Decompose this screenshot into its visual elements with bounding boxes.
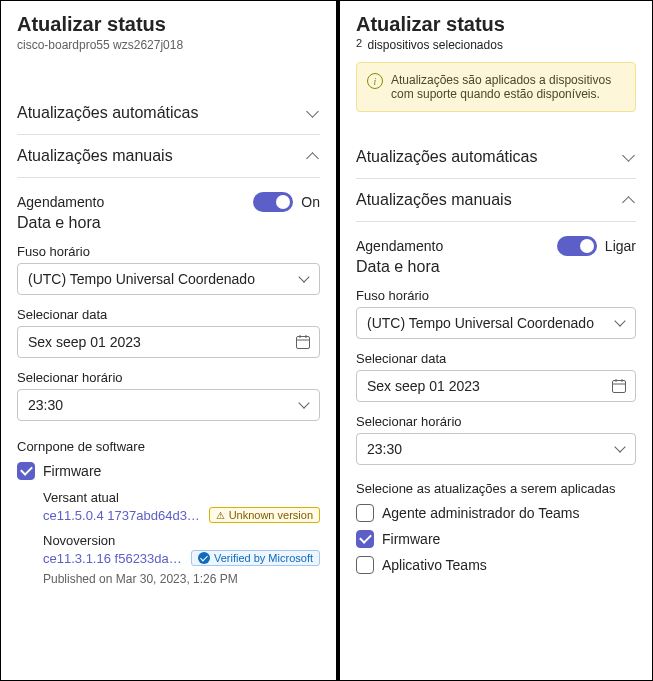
date-label: Selecionar data xyxy=(356,351,636,366)
select-updates-label: Selecione as atualizações a serem aplica… xyxy=(356,481,636,496)
timezone-select[interactable]: (UTC) Tempo Universal Coordenado xyxy=(356,307,636,339)
toggle-state-label: Ligar xyxy=(605,238,636,254)
teams-agent-label: Agente administrador do Teams xyxy=(382,505,579,521)
verified-badge: Verified by Microsoft xyxy=(191,550,320,566)
schedule-row: Agendamento On xyxy=(17,192,320,212)
accordion-manual-updates[interactable]: Atualizações manuais xyxy=(17,135,320,178)
schedule-row: Agendamento Ligar xyxy=(356,236,636,256)
schedule-label: Agendamento xyxy=(356,238,443,254)
teams-app-checkbox[interactable] xyxy=(356,556,374,574)
date-value: Sex seep 01 2023 xyxy=(28,334,141,350)
teams-agent-checkbox-row[interactable]: Agente administrador do Teams xyxy=(356,504,636,522)
time-label: Selecionar horário xyxy=(356,414,636,429)
device-name: cisco-boardpro55 wzs2627j018 xyxy=(17,38,320,52)
date-input[interactable]: Sex seep 01 2023 xyxy=(356,370,636,402)
banner-text: Atualizações são aplicados a dispositivo… xyxy=(391,73,611,101)
time-value: 23:30 xyxy=(367,441,402,457)
chevron-down-icon xyxy=(615,317,627,329)
published-date: Published on Mar 30, 2023, 1:26 PM xyxy=(43,572,320,586)
teams-agent-checkbox[interactable] xyxy=(356,504,374,522)
chevron-up-icon xyxy=(306,149,320,163)
firmware-label: Firmware xyxy=(382,531,440,547)
chevron-down-icon xyxy=(299,399,311,411)
teams-app-label: Aplicativo Teams xyxy=(382,557,487,573)
new-version-label: Novoversion xyxy=(43,533,320,548)
info-icon: i xyxy=(367,73,383,89)
chevron-down-icon xyxy=(299,273,311,285)
chevron-down-icon xyxy=(622,150,636,164)
timezone-value: (UTC) Tempo Universal Coordenado xyxy=(28,271,255,287)
firmware-checkbox[interactable] xyxy=(17,462,35,480)
verified-icon xyxy=(198,552,210,564)
right-panel: Atualizar status 2 dispositivos selecion… xyxy=(339,0,653,681)
chevron-down-icon xyxy=(306,106,320,120)
accordion-label: Atualizações manuais xyxy=(356,191,512,209)
schedule-toggle[interactable] xyxy=(557,236,597,256)
firmware-checkbox-row[interactable]: Firmware xyxy=(17,462,320,480)
chevron-down-icon xyxy=(615,443,627,455)
software-component-block: Cornpone de software Firmware Versant at… xyxy=(17,439,320,586)
schedule-toggle[interactable] xyxy=(253,192,293,212)
accordion-manual-updates[interactable]: Atualizações manuais xyxy=(356,179,636,222)
current-version-label: Versant atual xyxy=(43,490,320,505)
date-input[interactable]: Sex seep 01 2023 xyxy=(17,326,320,358)
firmware-label: Firmware xyxy=(43,463,101,479)
accordion-auto-updates[interactable]: Atualizações automáticas xyxy=(17,92,320,135)
page-title: Atualizar status xyxy=(356,13,636,36)
page-title: Atualizar status xyxy=(17,13,320,36)
schedule-label: Agendamento xyxy=(17,194,104,210)
current-version-value[interactable]: ce11.5.0.4 1737abd64d3 2023... xyxy=(43,508,203,523)
chevron-up-icon xyxy=(622,193,636,207)
timezone-select[interactable]: (UTC) Tempo Universal Coordenado xyxy=(17,263,320,295)
time-value: 23:30 xyxy=(28,397,63,413)
timezone-label: Fuso horário xyxy=(356,288,636,303)
timezone-label: Fuso horário xyxy=(17,244,320,259)
accordion-label: Atualizações automáticas xyxy=(356,148,537,166)
date-value: Sex seep 01 2023 xyxy=(367,378,480,394)
toggle-state-label: On xyxy=(301,194,320,210)
datetime-heading: Data e hora xyxy=(17,214,320,232)
time-select[interactable]: 23:30 xyxy=(17,389,320,421)
info-banner: i Atualizações são aplicados a dispositi… xyxy=(356,62,636,112)
accordion-label: Atualizações automáticas xyxy=(17,104,198,122)
unknown-version-badge: Unknown version xyxy=(209,507,320,523)
selected-devices-count: 2 dispositivos selecionados xyxy=(356,38,636,52)
component-label: Cornpone de software xyxy=(17,439,320,454)
time-select[interactable]: 23:30 xyxy=(356,433,636,465)
svg-rect-0 xyxy=(297,337,310,349)
timezone-value: (UTC) Tempo Universal Coordenado xyxy=(367,315,594,331)
accordion-auto-updates[interactable]: Atualizações automáticas xyxy=(356,136,636,179)
calendar-icon xyxy=(295,334,311,350)
firmware-checkbox-row[interactable]: Firmware xyxy=(356,530,636,548)
date-label: Selecionar data xyxy=(17,307,320,322)
calendar-icon xyxy=(611,378,627,394)
datetime-heading: Data e hora xyxy=(356,258,636,276)
firmware-checkbox[interactable] xyxy=(356,530,374,548)
time-label: Selecionar horário xyxy=(17,370,320,385)
accordion-label: Atualizações manuais xyxy=(17,147,173,165)
left-panel: Atualizar status cisco-boardpro55 wzs262… xyxy=(0,0,337,681)
teams-app-checkbox-row[interactable]: Aplicativo Teams xyxy=(356,556,636,574)
svg-rect-4 xyxy=(613,381,626,393)
new-version-value[interactable]: ce11.3.1.16 f56233da7d5 2... xyxy=(43,551,185,566)
